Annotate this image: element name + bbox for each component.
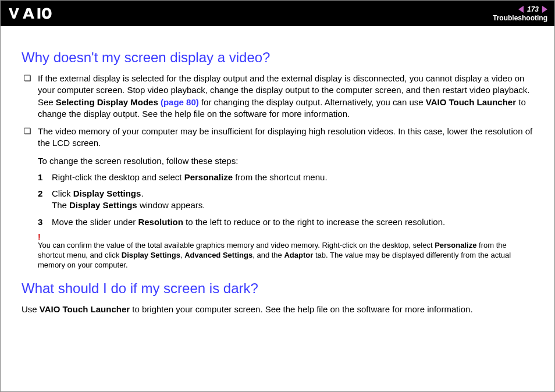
- step-number: 3: [38, 216, 42, 228]
- bold-text: Display Settings: [73, 188, 141, 198]
- step-number: 1: [38, 172, 42, 183]
- paragraph: Use VAIO Touch Launcher to brighten your…: [22, 304, 533, 315]
- bold-text: Selecting Display Modes: [56, 97, 161, 107]
- page-number: 173: [525, 5, 541, 13]
- text: , and the: [252, 251, 284, 259]
- note-block: ! You can confirm the value of the total…: [38, 233, 533, 270]
- bold-text: Personalize: [435, 241, 476, 250]
- bold-text: Resolution: [138, 217, 183, 227]
- heading-dark: What should I do if my screen is dark?: [22, 280, 533, 297]
- bold-text: Personalize: [184, 172, 233, 182]
- bold-text: VAIO Touch Launcher: [40, 304, 130, 314]
- text: window appears.: [137, 200, 205, 210]
- heading-video: Why doesn't my screen display a video?: [22, 49, 533, 66]
- step-item: 2 Click Display Settings. The Display Se…: [38, 188, 533, 212]
- vaio-logo: [9, 7, 73, 20]
- text: Move the slider under: [52, 217, 138, 227]
- page-content: Why doesn't my screen display a video? I…: [1, 26, 554, 316]
- text: The video memory of your computer may be…: [38, 126, 532, 148]
- text: from the shortcut menu.: [233, 172, 328, 182]
- text: to brighten your computer screen. See th…: [130, 304, 472, 314]
- text: to the left to reduce or to the right to…: [183, 217, 445, 227]
- steps-list: 1 Right-click the desktop and select Per…: [38, 172, 533, 228]
- note-text: You can confirm the value of the total a…: [38, 241, 533, 270]
- page-link[interactable]: (page 80): [161, 97, 199, 107]
- text: for changing the display output. Alterna…: [199, 97, 426, 107]
- next-page-icon[interactable]: [542, 6, 547, 13]
- step-number: 2: [38, 188, 42, 199]
- section-label: Troubleshooting: [493, 14, 547, 22]
- bold-text: Display Settings: [122, 251, 180, 259]
- bold-text: Adaptor: [284, 251, 313, 259]
- page-nav: 173: [518, 5, 547, 13]
- text: Click: [52, 188, 73, 198]
- step-item: 1 Right-click the desktop and select Per…: [38, 172, 533, 183]
- warning-icon: !: [38, 233, 533, 241]
- bullet-item: If the external display is selected for …: [22, 73, 533, 120]
- steps-intro: To change the screen resolution, follow …: [38, 155, 533, 167]
- text: Use: [22, 304, 40, 314]
- bold-text: Display Settings: [69, 200, 137, 210]
- bullet-list: If the external display is selected for …: [22, 73, 533, 149]
- page-header: 173 Troubleshooting: [1, 1, 554, 26]
- manual-page: 173 Troubleshooting Why doesn't my scree…: [0, 0, 555, 392]
- text: The: [52, 200, 69, 210]
- text: You can confirm the value of the total a…: [38, 241, 435, 250]
- bold-text: VAIO Touch Launcher: [426, 97, 516, 107]
- bold-text: Advanced Settings: [184, 251, 252, 259]
- step-item: 3 Move the slider under Resolution to th…: [38, 216, 533, 228]
- text: .: [141, 188, 143, 198]
- prev-page-icon[interactable]: [518, 6, 524, 13]
- text: Right-click the desktop and select: [52, 172, 184, 182]
- bullet-item: The video memory of your computer may be…: [22, 126, 533, 149]
- header-meta: 173 Troubleshooting: [493, 5, 547, 22]
